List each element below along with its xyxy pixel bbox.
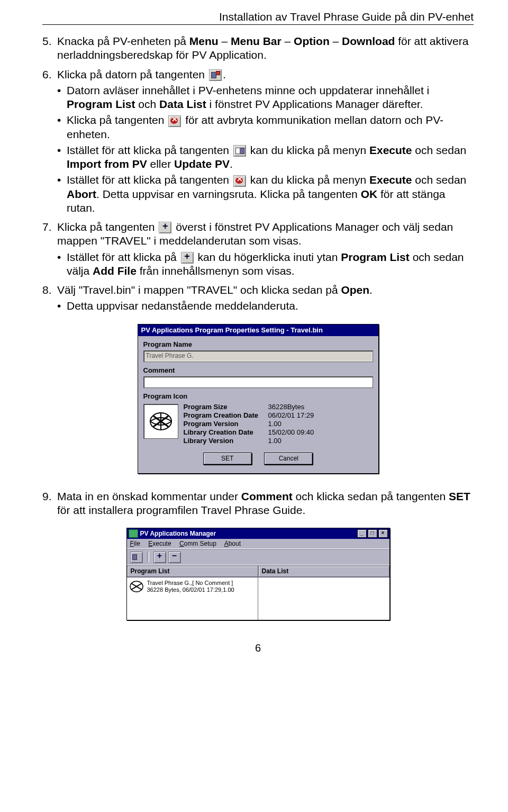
menu-comm[interactable]: Comm Setup <box>179 540 216 547</box>
step-6-text: Klicka på datorn på tangenten . <box>57 68 474 82</box>
page-header: Installation av Travel Phrase Guide på d… <box>42 11 474 25</box>
bullet-dot: • <box>57 250 67 278</box>
program-list-panel[interactable]: Travel Phrase G.,[ No Comment ] 36228 By… <box>127 578 259 620</box>
step-8-text: Välj "Travel.bin" i mappen "TRAVEL" och … <box>57 283 474 297</box>
properties-table: Program Size36228Bytes Program Creation … <box>184 403 373 445</box>
list-item[interactable]: Travel Phrase G.,[ No Comment ] 36228 By… <box>129 580 256 593</box>
set-button[interactable]: SET <box>203 453 252 465</box>
step-7-text: Klicka på tangenten överst i fönstret PV… <box>57 220 474 248</box>
dialog-title: PV Applications Program Properties Setti… <box>138 324 378 336</box>
bullet-dot: • <box>57 173 67 215</box>
connect-button[interactable] <box>130 552 143 563</box>
import-icon <box>233 145 246 157</box>
step-8-bullet-a: Detta uppvisar nedanstående meddelanderu… <box>67 299 474 313</box>
maximize-button[interactable]: □ <box>368 529 377 538</box>
bullet-dot: • <box>57 143 67 172</box>
add-button[interactable] <box>153 552 166 563</box>
step-9-text: Mata in en önskad kommentar under Commen… <box>57 490 474 518</box>
step-6-bullet-d: Istället för att klicka på tangenten kan… <box>67 173 474 215</box>
bullet-dot: • <box>57 113 67 141</box>
step-6-bullet-b: Klicka på tangenten för att avbryta komm… <box>67 113 474 141</box>
toolbar <box>127 549 389 566</box>
comment-label: Comment <box>143 366 373 375</box>
app-icon <box>129 529 138 538</box>
applications-manager-window: PV Applications Manager _ □ × File Execu… <box>126 528 390 620</box>
step-7-bullet-a: Istället för att klicka på kan du högerk… <box>67 250 474 278</box>
window-title: PV Applications Manager <box>140 530 356 538</box>
cancel-icon <box>233 175 246 187</box>
data-list-panel[interactable] <box>258 578 389 620</box>
remove-button[interactable] <box>168 552 181 563</box>
step-5-text: Knacka på PV-enheten på Menu – Menu Bar … <box>57 34 474 62</box>
comment-input[interactable] <box>143 376 373 388</box>
menu-bar[interactable]: File Execute Comm Setup About <box>127 539 389 549</box>
properties-dialog: PV Applications Program Properties Setti… <box>138 324 379 474</box>
connect-icon <box>209 69 222 81</box>
toolbar-divider <box>147 552 149 562</box>
bullet-dot: • <box>57 299 67 313</box>
page-number: 6 <box>42 642 474 655</box>
step-7-num: 7. <box>42 220 57 248</box>
minimize-button[interactable]: _ <box>357 529 367 538</box>
cancel-button[interactable]: Cancel <box>264 453 313 465</box>
cancel-icon <box>168 115 181 127</box>
program-icon-image <box>143 404 178 439</box>
program-list-header: Program List <box>127 566 258 577</box>
data-list-header: Data List <box>258 566 389 577</box>
program-name-label: Program Name <box>143 340 373 349</box>
menu-file[interactable]: File <box>130 540 140 547</box>
bullet-dot: • <box>57 84 67 112</box>
menu-execute[interactable]: Execute <box>148 540 171 547</box>
program-name-input[interactable]: Travel Phrase G. <box>143 350 373 362</box>
step-8-num: 8. <box>42 283 57 297</box>
menu-about[interactable]: About <box>224 540 241 547</box>
add-icon <box>159 222 171 233</box>
step-6-bullet-a: Datorn avläser innehållet i PV-enhetens … <box>67 84 474 112</box>
step-6-bullet-c: Istället för att klicka på tangenten kan… <box>67 143 474 172</box>
close-button[interactable]: × <box>378 529 388 538</box>
list-item-text: Travel Phrase G.,[ No Comment ] 36228 By… <box>147 580 234 593</box>
step-9-num: 9. <box>42 490 57 518</box>
step-6-num: 6. <box>42 68 57 82</box>
add-icon <box>181 252 194 264</box>
step-5-num: 5. <box>42 34 57 62</box>
program-icon-label: Program Icon <box>143 392 373 401</box>
program-icon <box>129 580 144 593</box>
